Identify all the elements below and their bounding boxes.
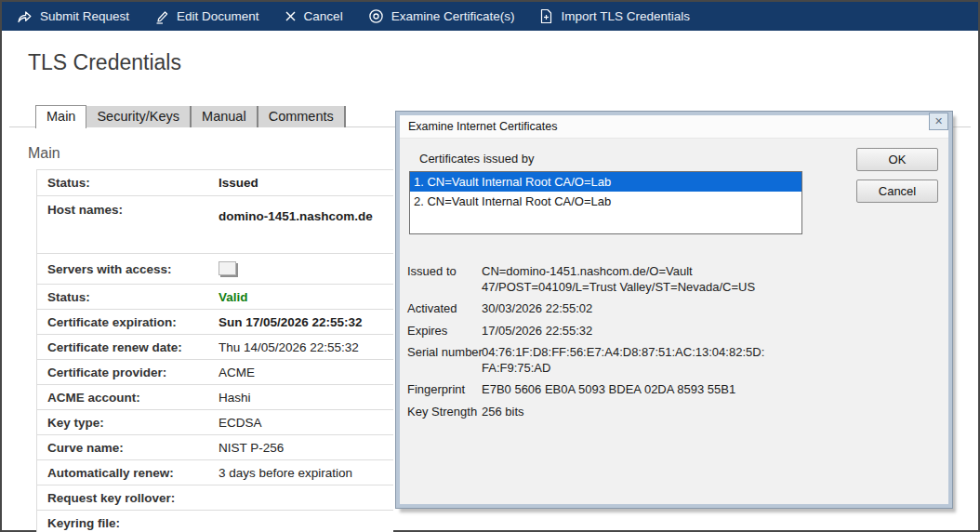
ok-button[interactable]: OK — [856, 148, 938, 171]
field-value: Sun 17/05/2026 22:55:32 — [219, 315, 363, 329]
field-label: Certificate provider: — [37, 366, 219, 379]
servers-with-access-button[interactable] — [219, 261, 236, 275]
detail-label: Fingerprint — [407, 382, 482, 398]
detail-label: Activated — [407, 301, 482, 317]
toolbar-item-label: Submit Request — [40, 9, 129, 23]
form-row: ACME account: Hashi — [37, 385, 393, 410]
field-label: Servers with access: — [37, 262, 219, 276]
edit-document-button[interactable]: Edit Document — [154, 9, 259, 24]
import-document-icon — [539, 8, 553, 24]
examine-certificates-icon — [368, 8, 384, 24]
tab-comments[interactable]: Comments — [258, 106, 346, 127]
form-row: Status: Issued — [37, 170, 393, 196]
toolbar-item-label: Import TLS Credentials — [561, 9, 690, 23]
field-value: ACME — [219, 366, 255, 379]
tab-main[interactable]: Main — [35, 105, 86, 128]
import-tls-credentials-button[interactable]: Import TLS Credentials — [539, 8, 690, 24]
examine-certificates-button[interactable]: Examine Certificate(s) — [368, 8, 515, 24]
detail-value: 17/05/2026 22:55:32 — [482, 324, 592, 339]
field-label: Request key rollover: — [37, 491, 219, 505]
detail-label: Key Strength — [407, 405, 482, 420]
examine-certificates-dialog: Examine Internet Certificates ✕ Certific… — [396, 112, 952, 508]
certificate-listbox[interactable]: 1. CN=Vault Internal Root CA/O=Lab2. CN=… — [409, 171, 802, 234]
page-title: TLS Credentials — [28, 50, 181, 75]
field-value: Valid — [219, 290, 248, 304]
field-value: NIST P-256 — [219, 441, 284, 455]
action-toolbar: Submit Request Edit Document Cancel — [2, 2, 978, 31]
cancel-dialog-button[interactable]: Cancel — [856, 180, 938, 203]
field-label: Certificate expiration: — [37, 315, 219, 329]
detail-row: Expires 17/05/2026 22:55:32 — [407, 324, 844, 339]
toolbar-item-label: Edit Document — [177, 9, 259, 23]
field-label: Key type: — [37, 416, 219, 430]
form-row: Certificate expiration: Sun 17/05/2026 2… — [37, 310, 393, 335]
form-row: Host names: domino-1451.nashcom.de — [37, 196, 393, 254]
submit-arrow-icon — [17, 9, 33, 24]
field-label: Status: — [37, 176, 219, 190]
detail-label: Serial number — [407, 345, 482, 376]
dialog-titlebar[interactable]: Examine Internet Certificates — [400, 115, 948, 139]
form-section-title: Main — [28, 145, 60, 162]
field-label: Certificate renew date: — [37, 340, 219, 354]
detail-row: Key Strength 256 bits — [407, 405, 844, 420]
form-row: Key type: ECDSA — [37, 410, 393, 435]
certificate-list-item[interactable]: 1. CN=Vault Internal Root CA/O=Lab — [410, 172, 801, 192]
form-row: Certificate provider: ACME — [37, 360, 393, 385]
form-table: Status: Issued Host names: domino-1451.n… — [36, 169, 393, 532]
form-row: Request key rollover: — [37, 485, 393, 511]
field-value: Thu 14/05/2026 22:55:32 — [219, 340, 359, 354]
detail-row: Activated 30/03/2026 22:55:02 — [407, 301, 844, 317]
edit-pencil-icon — [154, 9, 169, 24]
certificates-issued-by-label: Certificates issued by — [419, 152, 535, 166]
detail-value: E7B0 5606 EB0A 5093 BDEA 02DA 8593 55B1 — [482, 382, 735, 398]
form-row: Curve name: NIST P-256 — [37, 435, 393, 460]
close-icon: ✕ — [934, 116, 943, 126]
field-label: Status: — [37, 290, 219, 304]
certificate-list-item[interactable]: 2. CN=Vault Internal Root CA/O=Lab — [410, 192, 801, 211]
detail-label: Issued to — [407, 264, 482, 295]
detail-row: Serial number 04:76:1F:D8:FF:56:E7:A4:D8… — [407, 345, 844, 376]
detail-row: Issued to CN=domino-1451.nashcom.de/O=Va… — [407, 264, 844, 295]
toolbar-item-label: Cancel — [304, 9, 343, 23]
detail-value: 256 bits — [482, 405, 524, 420]
tab-manual[interactable]: Manual — [192, 106, 258, 127]
field-label: Keyring file: — [37, 516, 219, 530]
tab-security-keys[interactable]: Security/Keys — [86, 106, 192, 127]
detail-row: Fingerprint E7B0 5606 EB0A 5093 BDEA 02D… — [407, 382, 844, 398]
notes-window: Submit Request Edit Document Cancel — [0, 0, 980, 532]
detail-value: 30/03/2026 22:55:02 — [482, 301, 592, 317]
field-label: Host names: — [37, 196, 219, 217]
cancel-button[interactable]: Cancel — [285, 9, 343, 23]
cancel-x-icon — [285, 10, 297, 22]
form-row: Status: Valid — [37, 285, 393, 310]
certificate-details: Issued to CN=domino-1451.nashcom.de/O=Va… — [407, 264, 844, 426]
dialog-title: Examine Internet Certificates — [408, 120, 558, 133]
form-row: Certificate renew date: Thu 14/05/2026 2… — [37, 335, 393, 360]
detail-value: 04:76:1F:D8:FF:56:E7:A4:D8:87:51:AC:13:0… — [482, 345, 764, 376]
detail-value: CN=domino-1451.nashcom.de/O=Vault 47/POS… — [482, 264, 755, 295]
toolbar-item-label: Examine Certificate(s) — [391, 9, 515, 23]
field-value: Issued — [219, 176, 258, 190]
submit-request-button[interactable]: Submit Request — [17, 9, 129, 24]
detail-label: Expires — [407, 324, 482, 339]
form-row: Automatically renew: 3 days before expir… — [37, 460, 393, 485]
field-label: ACME account: — [37, 391, 219, 405]
form-row: Servers with access: — [37, 254, 393, 285]
form-row: Keyring file: — [37, 511, 393, 532]
field-label: Automatically renew: — [37, 466, 219, 480]
field-label: Curve name: — [37, 441, 219, 455]
tabbar: Main Security/Keys Manual Comments — [35, 105, 346, 127]
field-value: 3 days before expiration — [219, 466, 352, 480]
dialog-close-button[interactable]: ✕ — [929, 113, 948, 130]
field-value: domino-1451.nashcom.de — [219, 196, 373, 223]
field-value: ECDSA — [219, 416, 262, 430]
field-value: Hashi — [219, 391, 251, 405]
